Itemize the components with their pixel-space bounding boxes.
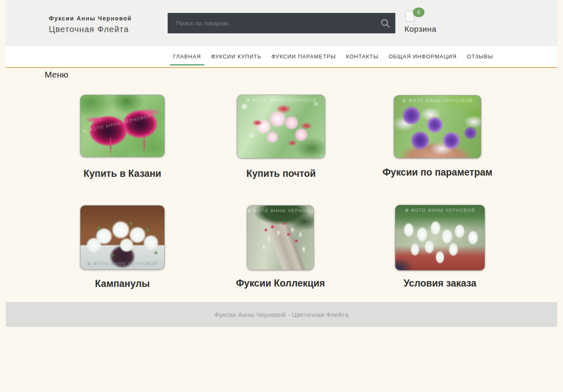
category-card-fuksii-po-parametram: ✿ ФОТО АННЫ ЧЕРНОВОЙ Фуксии по параметра… xyxy=(394,95,481,158)
nav-item-label: ФУКСИИ КУПИТЬ xyxy=(211,53,261,60)
photo-watermark: ✿ ФОТО АННЫ ЧЕРНОВОЙ xyxy=(80,261,164,266)
nav-item-label: КОНТАКТЫ xyxy=(346,53,379,60)
category-photo-kupit-v-kazani[interactable]: ✿ ФОТО АННЫ ЧЕРНОВОЙ xyxy=(80,95,165,157)
nav-item-label: ФУКСИИ ПАРАМЕТРЫ xyxy=(271,53,336,60)
site-logo[interactable]: Фуксии Анны Черновой Цветочная Флейта xyxy=(49,15,132,34)
category-card-usloviya-zakaza: ✿ ФОТО АННЫ ЧЕРНОВОЙ Условия заказа xyxy=(395,205,485,271)
footer-text: Фуксии Анны Черновой - Цветочная Флейта xyxy=(214,311,349,318)
cart-count-badge: 0 xyxy=(413,8,425,17)
watermark-flower-icon: ✿ xyxy=(247,208,251,213)
category-card-kupit-pochtoy: ✿ ФОТО АННЫ ЧЕРНОВОЙ Купить почтой xyxy=(237,95,325,158)
category-card-fuksii-kollektsiya: ✿ ФОТО АННЫ ЧЕРНОВОЙ Фуксии Коллекция xyxy=(247,205,314,270)
site-header: Фуксии Анны Черновой Цветочная Флейта 0 … xyxy=(6,0,557,46)
active-tab-indicator xyxy=(170,64,204,65)
search-icon xyxy=(380,18,391,29)
watermark-text: ФОТО АННЫ ЧЕРНОВОЙ xyxy=(252,98,317,103)
nav-item-glavnaya[interactable]: ГЛАВНАЯ xyxy=(168,46,206,67)
category-photo-usloviya-zakaza[interactable]: ✿ ФОТО АННЫ ЧЕРНОВОЙ xyxy=(395,205,485,271)
watermark-text: ФОТО АННЫ ЧЕРНОВОЙ xyxy=(411,208,475,213)
watermark-text: ФОТО АННЫ ЧЕРНОВОЙ xyxy=(88,113,152,132)
category-title[interactable]: Фуксии Коллекция xyxy=(236,278,325,289)
cart-widget[interactable]: 0 Корзина xyxy=(405,11,442,34)
category-title[interactable]: Кампанулы xyxy=(95,278,150,289)
watermark-flower-icon: ✿ xyxy=(402,98,407,103)
category-card-kampanuly: ✿ ФОТО АННЫ ЧЕРНОВОЙ . Кампанулы xyxy=(80,205,165,270)
watermark-text: ФОТО АННЫ ЧЕРНОВОЙ xyxy=(93,261,158,266)
photo-watermark: ✿ ФОТО АННЫ ЧЕРНОВОЙ xyxy=(83,113,152,134)
watermark-text: ФОТО АННЫ ЧЕРНОВОЙ xyxy=(254,208,314,213)
watermark-flower-icon: ✿ xyxy=(405,208,409,213)
nav-item-label: ГЛАВНАЯ xyxy=(173,53,201,60)
nav-item-fuksii-kupit[interactable]: ФУКСИИ КУПИТЬ xyxy=(206,46,266,67)
nav-item-otzyvy[interactable]: ОТЗЫВЫ xyxy=(462,46,498,67)
category-photo-fuksii-kollektsiya[interactable]: ✿ ФОТО АННЫ ЧЕРНОВОЙ xyxy=(247,205,314,270)
nav-item-label: ОТЗЫВЫ xyxy=(467,53,493,60)
category-photo-kupit-pochtoy[interactable]: ✿ ФОТО АННЫ ЧЕРНОВОЙ xyxy=(237,95,325,158)
nav-item-obshchaya-informatsiya[interactable]: ОБЩАЯ ИНФОРМАЦИЯ xyxy=(384,46,462,67)
nav-item-kontakty[interactable]: КОНТАКТЫ xyxy=(341,46,384,67)
category-photo-kampanuly[interactable]: ✿ ФОТО АННЫ ЧЕРНОВОЙ xyxy=(80,205,165,270)
search-button[interactable] xyxy=(375,13,395,33)
main-navigation: ГЛАВНАЯ ФУКСИИ КУПИТЬ ФУКСИИ ПАРАМЕТРЫ К… xyxy=(6,46,557,68)
site-footer: Фуксии Анны Черновой - Цветочная Флейта xyxy=(6,302,557,327)
photo-watermark: ✿ ФОТО АННЫ ЧЕРНОВОЙ xyxy=(394,98,481,103)
logo-subtitle: Цветочная Флейта xyxy=(49,25,132,34)
cart-icon: 0 xyxy=(405,11,414,22)
nav-item-fuksii-parametry[interactable]: ФУКСИИ ПАРАМЕТРЫ xyxy=(266,46,341,67)
page-container: Фуксии Анны Черновой Цветочная Флейта 0 … xyxy=(6,0,557,327)
search-input[interactable] xyxy=(168,13,375,33)
watermark-flower-icon: ✿ xyxy=(246,98,250,103)
search-bar xyxy=(168,13,395,33)
category-title[interactable]: Условия заказа xyxy=(404,278,477,289)
category-title[interactable]: Купить в Казани xyxy=(83,168,161,179)
main-content: Меню ✿ ФОТО АННЫ ЧЕРНОВОЙ Купить в Казан… xyxy=(6,68,557,302)
menu-heading: Меню xyxy=(45,70,68,80)
nav-item-label: ОБЩАЯ ИНФОРМАЦИЯ xyxy=(389,53,457,60)
watermark-flower-icon: ✿ xyxy=(83,128,88,134)
photo-watermark: ✿ ФОТО АННЫ ЧЕРНОВОЙ xyxy=(247,208,314,213)
category-card-kupit-v-kazani: ✿ ФОТО АННЫ ЧЕРНОВОЙ Купить в Казани xyxy=(80,95,165,157)
category-title[interactable]: Купить почтой xyxy=(246,168,316,179)
photo-watermark: ✿ ФОТО АННЫ ЧЕРНОВОЙ xyxy=(395,208,485,213)
photo-watermark: ✿ ФОТО АННЫ ЧЕРНОВОЙ xyxy=(237,98,325,103)
category-title[interactable]: Фуксии по параметрам xyxy=(382,167,493,178)
logo-title: Фуксии Анны Черновой xyxy=(49,15,132,22)
cart-label: Корзина xyxy=(405,25,442,34)
caption-dot: . xyxy=(122,273,123,278)
watermark-text: ФОТО АННЫ ЧЕРНОВОЙ xyxy=(409,98,473,103)
watermark-flower-icon: ✿ xyxy=(87,261,91,266)
category-photo-fuksii-po-parametram[interactable]: ✿ ФОТО АННЫ ЧЕРНОВОЙ xyxy=(394,95,481,158)
